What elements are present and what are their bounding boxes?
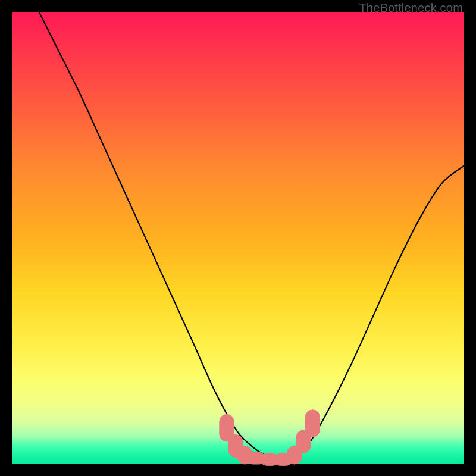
marker (305, 410, 320, 437)
chart-frame: TheBottleneck.com (0, 0, 476, 476)
watermark-text: TheBottleneck.com (359, 1, 463, 15)
chart-svg (12, 12, 464, 464)
left-curve (39, 12, 283, 459)
markers-group (220, 410, 320, 465)
plot-area (12, 12, 464, 464)
